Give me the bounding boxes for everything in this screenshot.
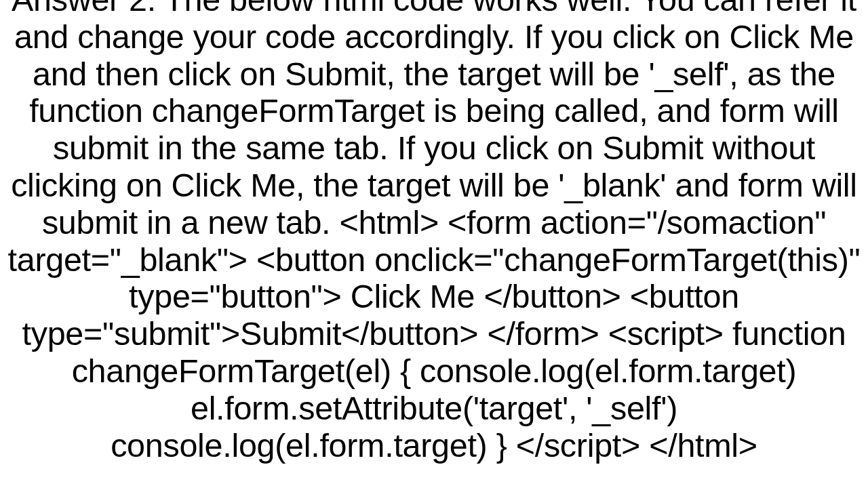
answer-text: Answer 2: The below html code works well…: [0, 0, 868, 464]
